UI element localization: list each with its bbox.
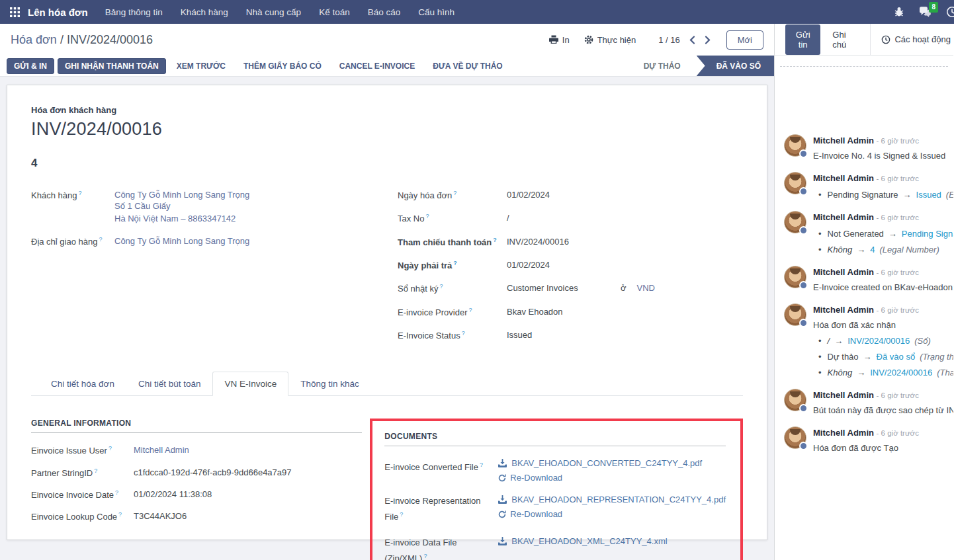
- activities-clock-icon[interactable]: [946, 6, 954, 18]
- activities-button[interactable]: Các hoạt động: [870, 24, 953, 55]
- help-icon: ?: [462, 330, 465, 337]
- invoice-date-value[interactable]: 01/02/2024: [507, 190, 743, 200]
- cancel-einvoice-button[interactable]: CANCEL E-INVOICE: [332, 59, 422, 73]
- status-draft[interactable]: DỰ THẢO: [628, 56, 697, 76]
- new-record-button[interactable]: Mới: [726, 30, 763, 50]
- action-menu-button[interactable]: Thực hiện: [584, 35, 636, 45]
- breadcrumb-current: / INV/2024/00016: [60, 33, 153, 46]
- message-author[interactable]: Mitchell Admin: [813, 390, 874, 400]
- data-file-link[interactable]: BKAV_EHOADON_XML_C24TYY_4.xml: [498, 536, 726, 546]
- tracking-new-value[interactable]: INV/2024/00016: [870, 368, 932, 378]
- converted-file-link[interactable]: BKAV_EHOADON_CONVERTED_C24TYY_4.pdf: [498, 458, 726, 468]
- representation-file-name: BKAV_EHOADON_REPRESENTATION_C24TYY_4.pdf: [511, 495, 726, 504]
- action-statusbar-row: GỬI & IN GHI NHẬN THANH TOÁN XEM TRƯỚC T…: [0, 56, 774, 77]
- journal-in-label: ở: [621, 283, 627, 293]
- nav-item-customers[interactable]: Khách hàng: [181, 7, 228, 17]
- message-author[interactable]: Mitchell Admin: [813, 136, 874, 145]
- tracking-new-value[interactable]: 4: [870, 245, 875, 255]
- pager-previous-icon[interactable]: [689, 36, 695, 44]
- add-credit-note-button[interactable]: THÊM GIẤY BÁO CÓ: [236, 59, 329, 73]
- journal-label: Sổ nhật ký?: [398, 283, 507, 294]
- send-print-button[interactable]: GỬI & IN: [7, 58, 54, 74]
- message-author[interactable]: Mitchell Admin: [813, 173, 874, 183]
- tab-vn-einvoice[interactable]: VN E-Invoice: [212, 372, 288, 396]
- representation-redownload-button[interactable]: Re-Download: [498, 509, 726, 519]
- einvoice-status-value[interactable]: Issued: [507, 330, 743, 340]
- messages-badge: 8: [929, 2, 938, 13]
- nav-item-dashboard[interactable]: Bảng thông tin: [105, 7, 163, 17]
- lookup-code-value[interactable]: T3C44AKJO6: [134, 511, 362, 522]
- tab-other-info[interactable]: Thông tin khác: [288, 372, 371, 396]
- send-message-button[interactable]: Gửi tin: [785, 24, 820, 55]
- nav-item-settings[interactable]: Cấu hình: [418, 7, 455, 17]
- invoice-sheet: Hóa đơn khách hàng INV/2024/00016 4 Khác…: [7, 85, 767, 540]
- presence-dot: [799, 319, 808, 327]
- pager-next-icon[interactable]: [705, 36, 711, 44]
- help-icon: ?: [453, 190, 456, 196]
- debug-bug-icon[interactable]: [894, 7, 904, 17]
- tracking-new-value[interactable]: INV/2024/00016: [847, 336, 910, 346]
- message-author[interactable]: Mitchell Admin: [813, 267, 874, 277]
- einvoice-invoice-date-value[interactable]: 01/02/2024 11:38:08: [134, 489, 362, 500]
- app-brand[interactable]: Lên hóa đơn: [28, 7, 88, 18]
- payment-reference-value[interactable]: INV/2024/00016: [507, 237, 743, 247]
- representation-redownload-label: Re-Download: [510, 509, 562, 519]
- tracking-new-value[interactable]: Pending Signature: [902, 229, 953, 239]
- partner-stringid-value[interactable]: c1fdcca0-192d-476f-acb9-9dd66e4a7a97: [134, 467, 362, 478]
- notebook-tabs: Chi tiết hóa đơn Chi tiết bút toán VN E-…: [31, 372, 743, 396]
- einvoice-provider-value[interactable]: Bkav Ehoadon: [507, 307, 743, 317]
- converted-file-label: E-invoice Converted File?: [384, 458, 498, 483]
- message-author[interactable]: Mitchell Admin: [813, 212, 874, 222]
- messages-icon[interactable]: 8: [919, 7, 932, 18]
- presence-dot: [799, 281, 808, 290]
- document-type-label: Hóa đơn khách hàng: [31, 105, 743, 115]
- message-item: Mitchell Admin - 6 giờ trước E-Invoice N…: [784, 134, 953, 162]
- converted-file-name: BKAV_EHOADON_CONVERTED_C24TYY_4.pdf: [511, 458, 702, 468]
- help-icon: ?: [493, 237, 497, 243]
- delivery-address-label: Địa chỉ giao hàng?: [31, 236, 114, 247]
- tracking-new-value[interactable]: Đã vào sổ: [877, 352, 916, 362]
- invoice-name-title: INV/2024/00016: [31, 119, 743, 140]
- currency-link[interactable]: VND: [637, 283, 655, 293]
- converted-redownload-button[interactable]: Re-Download: [498, 473, 726, 483]
- message-text: Bút toán này đã được sao chép từ INV/202…: [813, 404, 953, 417]
- activities-button-label: Các hoạt động: [894, 34, 951, 44]
- issue-user-link[interactable]: Mitchell Admin: [134, 445, 362, 456]
- journal-value[interactable]: Customer Invoices: [507, 283, 621, 293]
- nav-item-accounting[interactable]: Kế toán: [319, 7, 350, 17]
- tab-invoice-lines[interactable]: Chi tiết hóa đơn: [39, 372, 126, 396]
- customer-address-line1: Số 1 Cầu Giấy: [114, 200, 398, 212]
- representation-file-link[interactable]: BKAV_EHOADON_REPRESENTATION_C24TYY_4.pdf: [498, 495, 726, 504]
- printer-icon: [549, 35, 558, 44]
- help-icon: ?: [480, 461, 483, 468]
- tax-no-value[interactable]: /: [507, 213, 743, 223]
- register-payment-button[interactable]: GHI NHẬN THANH TOÁN: [58, 58, 166, 74]
- representation-file-label: E-invoice Representation File?: [384, 495, 498, 524]
- print-button[interactable]: In: [549, 35, 570, 45]
- data-file-name: BKAV_EHOADON_XML_C24TYY_4.xml: [511, 536, 667, 546]
- preview-button[interactable]: XEM TRƯỚC: [169, 59, 233, 73]
- lookup-code-label: Einvoice Lookup Code?: [31, 511, 134, 522]
- reset-to-draft-button[interactable]: ĐƯA VỀ DỰ THẢO: [425, 59, 509, 73]
- nav-item-vendors[interactable]: Nhà cung cấp: [246, 7, 301, 17]
- message-author[interactable]: Mitchell Admin: [813, 428, 874, 438]
- chatter-header: Gửi tin Ghi chú Các hoạt động: [775, 24, 953, 56]
- message-item: Mitchell Admin - 6 giờ trước •Pending Si…: [784, 172, 953, 201]
- presence-dot: [799, 149, 808, 158]
- breadcrumb-invoices-link[interactable]: Hóa đơn: [11, 33, 57, 46]
- apps-grid-icon[interactable]: [8, 5, 21, 19]
- log-note-button[interactable]: Ghi chú: [823, 24, 861, 55]
- print-label: In: [562, 35, 570, 45]
- message-time: - 6 giờ trước: [877, 429, 919, 437]
- tab-journal-items[interactable]: Chi tiết bút toán: [126, 372, 213, 396]
- tracking-new-value[interactable]: Issued: [916, 190, 941, 200]
- nav-item-reports[interactable]: Báo cáo: [368, 7, 401, 17]
- delivery-address-link[interactable]: Công Ty Gỗ Minh Long Sang Trọng: [114, 236, 398, 246]
- status-posted-badge[interactable]: ĐÃ VÀO SỔ: [697, 56, 774, 76]
- einvoice-provider-label: E-invoice Provider?: [398, 307, 507, 317]
- message-item: Mitchell Admin - 6 giờ trước Hóa đơn đã …: [784, 426, 953, 454]
- due-date-value[interactable]: 01/02/2024: [507, 260, 743, 270]
- help-icon: ?: [453, 260, 457, 266]
- customer-link[interactable]: Công Ty Gỗ Minh Long Sang Trọng: [114, 190, 398, 200]
- message-author[interactable]: Mitchell Admin: [813, 305, 874, 315]
